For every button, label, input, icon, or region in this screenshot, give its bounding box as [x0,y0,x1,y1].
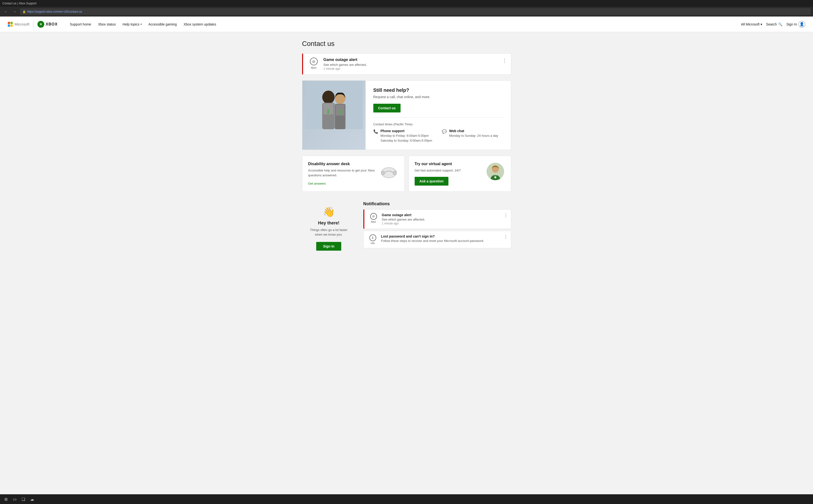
chat-icon: 💬 [442,129,447,134]
wave-icon: 👋 [323,206,335,218]
url-text: https://support.xbox.com/en-US/contact-u… [27,10,82,13]
svg-rect-11 [381,171,384,175]
all-microsoft-chevron-icon: ▾ [761,22,762,26]
disability-card-title: Disability answer desk [308,162,375,166]
phone-hours-1: Monday to Friday: 6:00am-5:00pm [380,133,432,138]
notif-1-desc: Follow these steps to recover and reset … [381,239,507,243]
svg-point-1 [322,91,334,104]
notif-1-icon-area: ℹ Info [367,234,378,245]
virtual-agent-card-content: Try our virtual agent Get fast automated… [415,162,482,186]
virtual-agent-desc: Get fast automated support, 24/7 [415,168,482,173]
nav-support-home[interactable]: Support home [66,17,95,32]
ask-question-button[interactable]: Ask a question [415,177,449,186]
nav-accessible-gaming[interactable]: Accessible gaming [145,17,180,32]
microsoft-label: Microsoft [15,22,29,26]
notif-0-title: Game outage alert [382,213,507,217]
notifications-panel: Notifications ⊘ Alert Game outage alert … [363,201,511,250]
notification-item-1: ℹ Info Lost password and can't sign in? … [363,231,511,248]
page-content: Contact us ⊘ Alert Game outage alert See… [297,32,516,270]
bottom-section: 👋 Hey there! Things often go a lot faste… [302,201,511,256]
hey-there-box: 👋 Hey there! Things often go a lot faste… [302,201,355,256]
disability-card-desc: Accessible help and resources to get you… [308,168,375,178]
alert-icon-area: ⊘ Alert [308,58,319,69]
phone-icon: 📞 [373,129,378,134]
microsoft-logo[interactable]: Microsoft [8,22,29,27]
phone-support: 📞 Phone support Monday to Friday: 6:00am… [373,129,432,143]
nav-forward-button[interactable]: → [11,8,18,15]
notif-0-time: 1 minute ago [382,222,507,225]
contact-times-label: Contact times (Pacific Time) [373,122,503,126]
all-microsoft-button[interactable]: All Microsoft ▾ [741,22,762,26]
xbox-circle-icon: ✕ [37,21,44,28]
brand-area: Microsoft ✕ XBOX [8,21,58,28]
chat-info: Web chat Monday to Sunday: 24 hours a da… [449,129,498,138]
xbox-x-symbol: ✕ [39,22,42,26]
virtual-agent-card: Try our virtual agent Get fast automated… [409,156,511,192]
user-avatar-icon: 👤 [798,21,805,28]
alert-banner: ⊘ Alert Game outage alert See which game… [302,53,511,75]
headphones-illustration [379,164,398,179]
notif-1-content: Lost password and can't sign in? Follow … [381,234,507,243]
notif-0-icon: ⊘ [370,213,377,220]
notification-item-0: ⊘ Alert Game outage alert See which game… [363,209,511,229]
notif-1-title: Lost password and can't sign in? [381,234,507,238]
virtual-agent-image [486,162,505,181]
web-chat-support: 💬 Web chat Monday to Sunday: 24 hours a … [442,129,498,143]
page-header: Microsoft ✕ XBOX Support home Xbox statu… [0,17,813,32]
alert-title: Game outage alert [323,58,506,62]
still-need-help-title: Still need help? [373,87,503,93]
disability-get-answers-link[interactable]: Get answers [308,182,326,185]
svg-rect-4 [327,109,329,114]
alert-time: 1 minute ago [323,67,506,70]
hey-there-title: Hey there! [318,221,339,226]
page-title: Contact us [302,40,511,48]
help-topics-chevron-icon: ▾ [140,23,142,26]
cards-row: Disability answer desk Accessible help a… [302,156,511,192]
disability-card-content: Disability answer desk Accessible help a… [308,162,375,185]
notif-0-icon-area: ⊘ Alert [368,213,379,223]
notif-0-more-button[interactable]: ⋮ [504,213,508,218]
disability-card: Disability answer desk Accessible help a… [302,156,405,192]
web-chat-label: Web chat [449,129,498,133]
disability-card-image [379,162,398,181]
notif-1-more-button[interactable]: ⋮ [504,234,508,239]
notif-1-label: Info [370,242,375,245]
main-nav: Support home Xbox status Help topics ▾ A… [66,17,219,32]
svg-rect-12 [393,171,396,175]
alert-label: Alert [311,66,316,69]
lock-icon: 🔒 [22,10,26,13]
hey-there-desc: Things often go a lot faster when we kno… [307,228,351,237]
brand-divider [33,21,34,28]
web-chat-hours: Monday to Sunday: 24 hours a day [449,133,498,138]
agent-avatar-svg [487,163,504,180]
nav-back-button[interactable]: ← [2,8,9,15]
agent-avatar [487,163,504,180]
contact-us-button[interactable]: Contact us [373,104,400,112]
search-button[interactable]: Search 🔍 [766,22,782,26]
svg-point-15 [494,176,496,178]
notif-1-icon: ℹ [369,234,376,241]
support-people-image [302,81,365,129]
hey-sign-in-button[interactable]: Sign In [316,242,341,251]
nav-xbox-status[interactable]: Xbox status [95,17,119,32]
support-info: Still need help? Request a call, chat on… [365,81,511,150]
phone-support-label: Phone support [380,129,432,133]
xbox-logo[interactable]: ✕ XBOX [37,21,58,28]
phone-hours-2: Saturday to Sunday: 6:00am-5:00pm [380,138,432,143]
virtual-agent-title: Try our virtual agent [415,162,482,166]
notif-0-content: Game outage alert See which games are af… [382,213,507,225]
nav-help-topics[interactable]: Help topics ▾ [119,17,145,32]
nav-system-updates[interactable]: Xbox system updates [180,17,219,32]
contact-methods: 📞 Phone support Monday to Friday: 6:00am… [373,129,503,143]
alert-description: See which games are affected. [323,63,506,67]
search-icon: 🔍 [778,22,782,26]
address-bar[interactable]: 🔒 https://support.xbox.com/en-US/contact… [20,8,811,15]
browser-toolbar: ← → 🔒 https://support.xbox.com/en-US/con… [0,7,813,17]
alert-more-button[interactable]: ⋮ [502,58,507,63]
phone-info: Phone support Monday to Friday: 6:00am-5… [380,129,432,143]
browser-title: Contact us | Xbox Support [2,2,36,5]
sign-in-button[interactable]: Sign In 👤 [786,21,805,28]
notif-0-label: Alert [371,221,376,223]
header-right: All Microsoft ▾ Search 🔍 Sign In 👤 [741,21,805,28]
contact-divider [373,117,503,118]
